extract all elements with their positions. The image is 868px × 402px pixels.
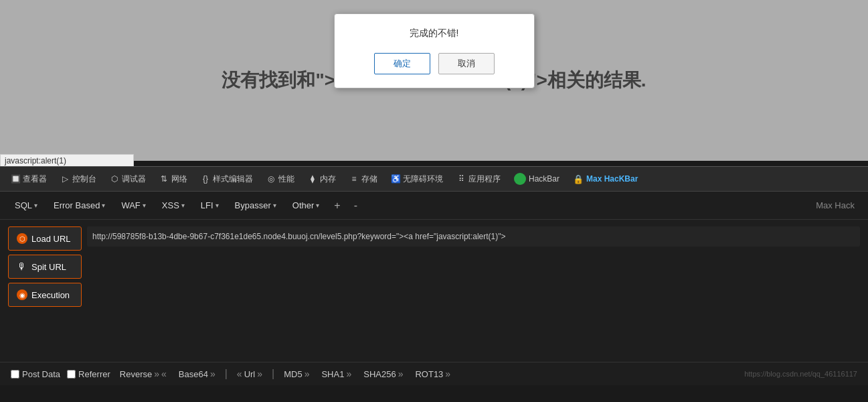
load-url-button[interactable]: ⬡ Load URL bbox=[8, 226, 82, 251]
hackbar-label: HackBar bbox=[529, 174, 559, 184]
execution-icon: ◉ bbox=[17, 289, 27, 300]
url-encode-button[interactable]: « Url » bbox=[234, 367, 265, 381]
inspector-icon: 🔲 bbox=[11, 174, 20, 184]
inspector-label: 查看器 bbox=[23, 174, 47, 185]
apps-label: 应用程序 bbox=[468, 174, 501, 185]
hackbar-main: ⬡ Load URL http://598785f8-b13b-4dbe-9b6… bbox=[0, 220, 868, 367]
url-section: ⬡ Load URL http://598785f8-b13b-4dbe-9b6… bbox=[8, 226, 860, 307]
menu-other-label: Other bbox=[292, 200, 315, 210]
modal-confirm-button[interactable]: 确定 bbox=[374, 53, 430, 74]
base64-button[interactable]: Base64 » bbox=[176, 367, 218, 381]
dev-tool-hackbar[interactable]: HackBar bbox=[509, 170, 565, 188]
menu-lfi[interactable]: LFI ▾ bbox=[194, 196, 226, 214]
spit-url-icon: 🎙 bbox=[17, 261, 27, 272]
post-data-label: Post Data bbox=[22, 369, 60, 379]
dev-tool-network[interactable]: ⇅ 网络 bbox=[154, 171, 193, 188]
url-right-arrow-icon: » bbox=[257, 368, 262, 379]
error-based-arrow-icon: ▾ bbox=[102, 202, 105, 209]
performance-icon: ◎ bbox=[266, 174, 276, 184]
rot13-arrow-icon: » bbox=[445, 368, 450, 379]
menu-remove-button[interactable]: - bbox=[349, 196, 363, 216]
memory-label: 内存 bbox=[320, 174, 336, 185]
storage-icon: ≡ bbox=[349, 174, 359, 184]
performance-label: 性能 bbox=[278, 174, 294, 185]
reverse-left-arrow-icon: « bbox=[161, 368, 167, 379]
memory-icon: ⧫ bbox=[308, 174, 317, 184]
max-hackbar-label: Max HacKBar bbox=[586, 174, 638, 184]
menu-waf-label: WAF bbox=[121, 200, 140, 210]
credit-text: https://blog.csdn.net/qq_46116117 bbox=[744, 370, 857, 378]
dev-tool-console[interactable]: ▷ 控制台 bbox=[55, 171, 102, 188]
modal-buttons: 确定 取消 bbox=[335, 46, 534, 88]
xss-arrow-icon: ▾ bbox=[181, 202, 185, 209]
md5-button[interactable]: MD5 » bbox=[281, 367, 312, 381]
menu-sql-label: SQL bbox=[15, 200, 32, 210]
dev-tool-apps[interactable]: ⠿ 应用程序 bbox=[451, 171, 506, 188]
load-url-row: ⬡ Load URL http://598785f8-b13b-4dbe-9b6… bbox=[8, 226, 860, 251]
storage-label: 存储 bbox=[361, 174, 377, 185]
dev-tool-storage[interactable]: ≡ 存储 bbox=[344, 171, 383, 188]
bottom-toolbar: Post Data Referrer Reverse » « Base64 » … bbox=[0, 362, 868, 385]
spit-url-row: 🎙 Spit URL bbox=[8, 255, 860, 279]
dev-tool-inspector[interactable]: 🔲 查看器 bbox=[5, 171, 52, 188]
modal-dialog: 完成的不错! 确定 取消 bbox=[334, 13, 535, 88]
menu-xss[interactable]: XSS ▾ bbox=[155, 196, 191, 214]
modal-overlay: 完成的不错! 确定 取消 bbox=[0, 0, 868, 161]
sha1-label: SHA1 bbox=[321, 369, 344, 379]
menu-lfi-label: LFI bbox=[201, 200, 213, 210]
separator-2: | bbox=[272, 368, 274, 380]
dev-tool-a11y[interactable]: ♿ 无障碍环境 bbox=[385, 171, 448, 188]
hackbar-logo-icon bbox=[514, 173, 526, 185]
post-data-item[interactable]: Post Data bbox=[11, 369, 60, 379]
a11y-icon: ♿ bbox=[391, 174, 400, 184]
menu-right-label: Max Hack bbox=[816, 200, 860, 210]
rot13-button[interactable]: ROT13 » bbox=[412, 367, 453, 381]
spit-url-label: Spit URL bbox=[31, 262, 66, 272]
menu-waf[interactable]: WAF ▾ bbox=[114, 196, 152, 214]
console-icon: ▷ bbox=[60, 174, 70, 184]
sha1-button[interactable]: SHA1 » bbox=[319, 367, 354, 381]
network-icon: ⇅ bbox=[159, 174, 169, 184]
md5-arrow-icon: » bbox=[305, 368, 310, 379]
menu-sql[interactable]: SQL ▾ bbox=[8, 196, 44, 214]
menu-bypasser[interactable]: Bypasser ▾ bbox=[228, 196, 283, 214]
dev-tool-memory[interactable]: ⧫ 内存 bbox=[302, 171, 341, 188]
waf-arrow-icon: ▾ bbox=[143, 202, 146, 209]
hackbar-menu: SQL ▾ Error Based ▾ WAF ▾ XSS ▾ LFI ▾ By… bbox=[0, 192, 868, 220]
sha256-arrow-icon: » bbox=[398, 368, 404, 379]
reverse-label: Reverse bbox=[120, 369, 152, 379]
menu-error-based[interactable]: Error Based ▾ bbox=[47, 196, 112, 214]
post-data-checkbox[interactable] bbox=[11, 370, 19, 379]
menu-error-based-label: Error Based bbox=[54, 200, 100, 210]
reverse-button[interactable]: Reverse » « bbox=[117, 367, 169, 381]
execution-row: ◉ Execution bbox=[8, 283, 860, 307]
referrer-label: Referrer bbox=[78, 369, 110, 379]
a11y-label: 无障碍环境 bbox=[403, 174, 443, 185]
url-bar: javascript:alert(1) bbox=[0, 154, 134, 168]
referrer-item[interactable]: Referrer bbox=[67, 369, 110, 379]
sha256-label: SHA256 bbox=[363, 369, 396, 379]
menu-other[interactable]: Other ▾ bbox=[286, 196, 327, 214]
spit-url-button[interactable]: 🎙 Spit URL bbox=[8, 255, 82, 279]
apps-icon: ⠿ bbox=[456, 174, 466, 184]
menu-add-button[interactable]: + bbox=[329, 196, 345, 216]
dev-tool-debugger[interactable]: ⬡ 调试器 bbox=[104, 171, 151, 188]
base64-right-arrow-icon: » bbox=[210, 368, 215, 379]
dev-tool-style-editor[interactable]: {} 样式编辑器 bbox=[195, 171, 258, 188]
md5-label: MD5 bbox=[284, 369, 302, 379]
execution-button[interactable]: ◉ Execution bbox=[8, 283, 82, 307]
reverse-right-arrow-icon: » bbox=[154, 368, 159, 379]
dev-tool-max-hackbar[interactable]: 🔒 Max HacKBar bbox=[568, 172, 643, 187]
execution-label: Execution bbox=[31, 290, 70, 300]
url-display: http://598785f8-b13b-4dbe-9b67-c7f361e1d… bbox=[87, 226, 860, 247]
modal-cancel-button[interactable]: 取消 bbox=[438, 53, 495, 74]
console-label: 控制台 bbox=[72, 174, 96, 185]
style-editor-label: 样式编辑器 bbox=[213, 174, 253, 185]
menu-bypasser-label: Bypasser bbox=[235, 200, 271, 210]
sha1-arrow-icon: » bbox=[346, 368, 351, 379]
debugger-icon: ⬡ bbox=[110, 174, 119, 184]
referrer-checkbox[interactable] bbox=[67, 370, 76, 379]
dev-tool-performance[interactable]: ◎ 性能 bbox=[261, 171, 300, 188]
rot13-label: ROT13 bbox=[415, 369, 443, 379]
sha256-button[interactable]: SHA256 » bbox=[361, 367, 406, 381]
